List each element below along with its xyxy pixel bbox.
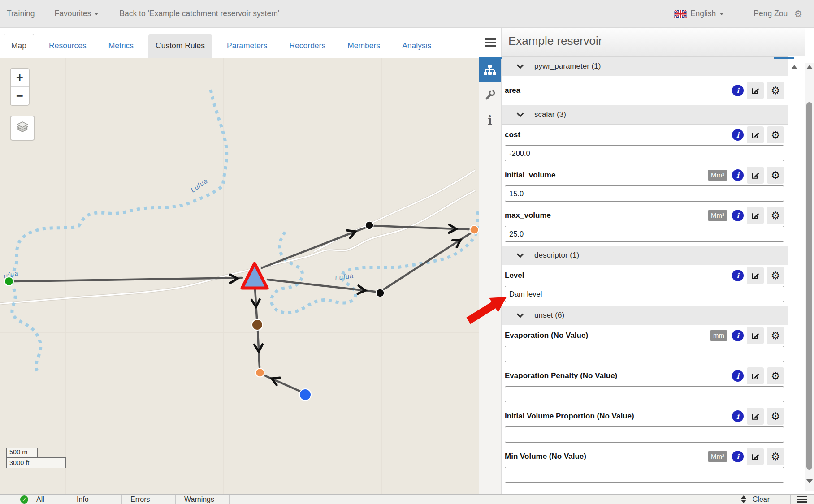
info-icon[interactable]: i [732, 169, 744, 181]
settings-button[interactable]: ⚙ [767, 82, 784, 99]
parameter-value-input[interactable] [505, 286, 784, 302]
node-orange-lower[interactable] [256, 369, 264, 377]
parameter-value-input[interactable] [505, 185, 784, 202]
edit-button[interactable] [747, 327, 764, 344]
zoom-out-button[interactable]: − [11, 87, 29, 105]
unit-badge: Mm³ [708, 451, 727, 462]
parameter-row: Level i ⚙ [502, 265, 788, 286]
parameter-value-input[interactable] [505, 226, 784, 242]
edit-button[interactable] [747, 126, 764, 143]
parameter-value-input[interactable] [505, 386, 784, 402]
menu-icon[interactable] [479, 28, 501, 57]
clear-button[interactable]: Clear [753, 495, 770, 504]
gear-icon[interactable]: ⚙ [794, 9, 802, 19]
info-icon[interactable]: i [732, 210, 744, 221]
info-icon[interactable]: i [732, 129, 744, 141]
parameter-value-input[interactable] [505, 346, 784, 362]
info-icon[interactable]: i [479, 108, 501, 133]
map-canvas[interactable]: Lufua Lufua ufua [0, 58, 479, 494]
section-header[interactable]: scalar (3) [502, 105, 788, 125]
settings-button[interactable]: ⚙ [767, 448, 784, 465]
sort-icon[interactable] [741, 495, 746, 503]
parameter-value-input[interactable] [505, 467, 784, 483]
settings-button[interactable]: ⚙ [767, 167, 784, 184]
settings-button[interactable]: ⚙ [767, 207, 784, 224]
user-menu[interactable]: Peng Zou [753, 9, 788, 18]
parameter-value-input[interactable] [505, 426, 784, 443]
node-brown[interactable] [252, 319, 263, 330]
settings-button[interactable]: ⚙ [767, 367, 784, 384]
edit-button[interactable] [747, 448, 764, 465]
panel-scroll-up-icon[interactable] [791, 65, 797, 69]
node-black-junction-lower[interactable] [376, 289, 384, 297]
tab-underline [479, 57, 502, 59]
section-header[interactable]: descriptor (1) [502, 246, 788, 265]
parameter-label: Level [505, 271, 524, 280]
tab-analysis[interactable]: Analysis [395, 34, 438, 58]
statusbar-filter-warnings[interactable]: Warnings [176, 495, 230, 504]
tab-map[interactable]: Map [4, 34, 34, 58]
network-link [384, 233, 470, 289]
settings-button[interactable]: ⚙ [767, 126, 784, 143]
node-black-junction-upper[interactable] [365, 221, 373, 229]
tab-metrics[interactable]: Metrics [101, 34, 141, 58]
parameter-row: Evaporation Penalty (No Value) i ⚙ [502, 366, 788, 386]
nav-favourites-dropdown[interactable]: Favourites [55, 9, 99, 18]
info-icon[interactable]: i [732, 410, 744, 422]
edit-button[interactable] [747, 82, 764, 99]
edit-button[interactable] [747, 267, 764, 284]
info-icon[interactable]: i [732, 270, 744, 281]
tab-recorders[interactable]: Recorders [282, 34, 333, 58]
info-icon[interactable]: i [732, 451, 744, 462]
statusbar-filter-errors[interactable]: Errors [122, 495, 176, 504]
link-arrowheads [230, 225, 463, 385]
panel-title: Example reservoir [502, 28, 805, 48]
tab-members[interactable]: Members [340, 34, 387, 58]
tab-parameters[interactable]: Parameters [220, 34, 274, 58]
parameter-label: cost [505, 130, 520, 139]
edit-button[interactable] [747, 408, 764, 425]
scroll-down-icon[interactable] [806, 479, 813, 483]
nav-back-link[interactable]: Back to 'Example catchment reservoir sys… [119, 9, 279, 18]
menu-icon[interactable] [791, 496, 814, 503]
scale-imperial: 3000 ft [6, 457, 66, 468]
settings-button[interactable]: ⚙ [767, 267, 784, 284]
parameter-value-input[interactable] [505, 145, 784, 161]
svg-text:Lufua: Lufua [334, 271, 354, 282]
map-basemap: Lufua Lufua ufua [0, 58, 479, 494]
map-roads [0, 170, 475, 304]
edit-button[interactable] [747, 367, 764, 384]
zoom-in-button[interactable]: + [11, 69, 29, 87]
unit-badge: Mm³ [708, 170, 727, 181]
tab-custom-rules[interactable]: Custom Rules [148, 34, 212, 58]
node-blue[interactable] [299, 389, 311, 401]
section-header[interactable]: unset (6) [502, 306, 788, 325]
node-green-inflow[interactable] [4, 277, 13, 286]
settings-button[interactable]: ⚙ [767, 327, 784, 344]
scroll-up-icon[interactable] [806, 65, 813, 69]
nav-training[interactable]: Training [7, 9, 35, 18]
tab-resources[interactable]: Resources [42, 34, 94, 58]
parameter-controls: i ⚙ [732, 367, 784, 384]
parameter-row: area i ⚙ [502, 76, 788, 105]
layers-icon [15, 121, 30, 135]
layers-button[interactable] [10, 116, 35, 141]
node-orange-right[interactable] [470, 226, 479, 234]
wrench-icon[interactable] [479, 82, 501, 108]
edit-button[interactable] [747, 207, 764, 224]
scrollbar-thumb[interactable] [806, 102, 812, 470]
edit-button[interactable] [747, 167, 764, 184]
info-icon[interactable]: i [732, 330, 744, 341]
statusbar-filter-info[interactable]: Info [68, 495, 122, 504]
parameter-row: cost i ⚙ [502, 125, 788, 145]
settings-button[interactable]: ⚙ [767, 408, 784, 425]
uk-flag-icon [674, 10, 687, 18]
network-tree-icon[interactable] [479, 57, 501, 82]
section-label: pywr_parameter (1) [534, 62, 601, 71]
parameter-controls: i ⚙ [732, 408, 784, 425]
statusbar-filter-all[interactable]: ✓All [0, 495, 68, 504]
info-icon[interactable]: i [732, 85, 744, 96]
language-selector[interactable]: English [690, 9, 716, 18]
info-icon[interactable]: i [732, 370, 744, 382]
section-header[interactable]: pywr_parameter (1) [502, 56, 788, 76]
